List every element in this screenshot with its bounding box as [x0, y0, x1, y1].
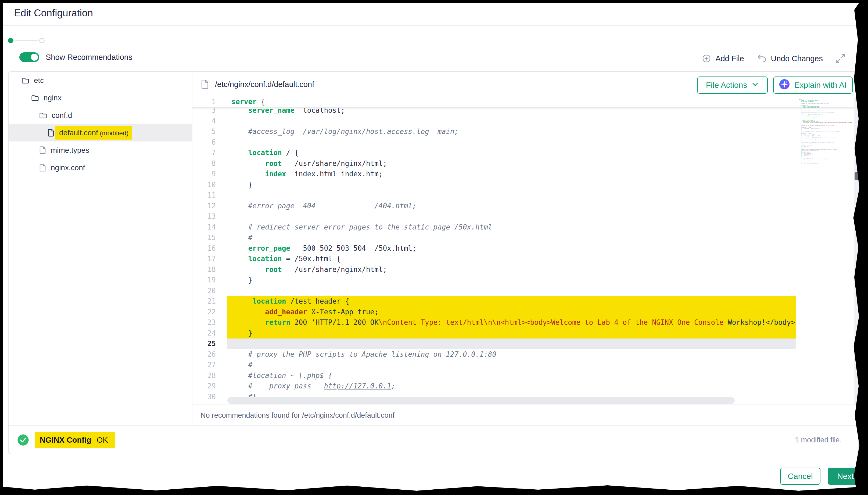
code-line-10[interactable]: 10 }: [192, 180, 859, 190]
line-number: 7: [192, 148, 216, 158]
file-tree: etcnginxconf.ddefault.conf (modified)mim…: [9, 72, 192, 425]
line-number: 14: [192, 222, 216, 233]
tree-item-nginx[interactable]: nginx: [9, 89, 192, 106]
code-line-25[interactable]: 25: [192, 339, 859, 349]
chevron-down-icon: [751, 81, 759, 90]
code-line-27[interactable]: 27 #: [192, 360, 859, 371]
step-connector: [15, 40, 38, 41]
tree-item-default.conf[interactable]: default.conf (modified): [9, 124, 192, 141]
line-content: #location ~ \.php$ {: [231, 371, 332, 381]
editor-column: /etc/nginx/conf.d/default.conf File Acti…: [192, 72, 859, 425]
code-line-7[interactable]: 7 location / {: [192, 148, 859, 158]
line-content: #access_log /var/log/nginx/host.access.l…: [231, 126, 458, 137]
line-number: 26: [192, 349, 216, 360]
line-number: 21: [192, 296, 216, 307]
code-line-21[interactable]: 21 location /test_header {: [192, 296, 859, 307]
line-content: #: [231, 233, 252, 243]
file-icon: [200, 79, 210, 90]
file-icon: [39, 146, 47, 154]
line-content: }: [231, 275, 252, 286]
code-line-29[interactable]: 29 # proxy_pass http://127.0.0.1;: [192, 381, 859, 392]
code-line-14[interactable]: 14 # redirect server error pages to the …: [192, 222, 859, 233]
no-recommendations-text: No recommendations found for /etc/nginx/…: [200, 411, 394, 420]
code-line-28[interactable]: 28 #location ~ \.php$ {: [192, 371, 859, 381]
page-title: Edit Configuration: [14, 7, 93, 19]
line-number: 9: [192, 169, 216, 180]
code-line-17[interactable]: 17 location = /50x.html {: [192, 254, 859, 264]
line-number: 16: [192, 243, 216, 254]
code-line-24[interactable]: 24 }: [192, 328, 859, 339]
cancel-button[interactable]: Cancel: [780, 467, 820, 485]
show-recommendations-label: Show Recommendations: [46, 53, 132, 62]
config-editor-panel: etcnginxconf.ddefault.conf (modified)mim…: [8, 71, 859, 454]
code-line-19[interactable]: 19 }: [192, 275, 859, 286]
code-line-16[interactable]: 16 error_page 500 502 503 504 /50x.html;: [192, 243, 859, 254]
minimap[interactable]: server { listen 80 default_server; serve…: [799, 99, 853, 292]
code-line-1[interactable]: 1server {: [192, 97, 859, 107]
code-line-26[interactable]: 26 # proxy the PHP scripts to Apache lis…: [192, 349, 859, 360]
code-editor[interactable]: 3 server_name localhost;45 #access_log /…: [192, 97, 859, 405]
screenshot-edge-bottom: [0, 484, 868, 495]
file-icon: [47, 129, 55, 137]
file-actions-label: File Actions: [706, 81, 747, 90]
file-actions-button[interactable]: File Actions: [697, 76, 768, 94]
line-number: 4: [192, 116, 216, 127]
code-line-8[interactable]: 8 root /usr/share/nginx/html;: [192, 158, 859, 169]
nginx-config-ok: OK: [97, 436, 108, 445]
line-content: #: [231, 360, 252, 371]
line-number: 11: [192, 190, 216, 201]
line-content: error_page 500 502 503 504 /50x.html;: [231, 243, 416, 254]
code-line-11[interactable]: 11: [192, 190, 859, 201]
code-line-23[interactable]: 23 return 200 'HTTP/1.1 200 OK\nContent-…: [192, 317, 859, 328]
line-number: 28: [192, 371, 216, 381]
tree-item-nginx.conf[interactable]: nginx.conf: [9, 159, 192, 176]
tree-item-conf.d[interactable]: conf.d: [9, 106, 192, 124]
line-content: return 200 'HTTP/1.1 200 OK\nContent-Typ…: [231, 317, 795, 328]
line-number: 24: [192, 328, 216, 339]
toggle-knob: [31, 54, 38, 61]
line-content: # proxy the PHP scripts to Apache listen…: [231, 349, 496, 360]
tree-item-mime.types[interactable]: mime.types: [9, 141, 192, 159]
show-recommendations-toggle[interactable]: [19, 52, 39, 62]
add-file-button[interactable]: Add File: [701, 53, 744, 64]
undo-arrow-icon: [756, 53, 767, 64]
file-icon: [39, 164, 47, 172]
tree-item-etc[interactable]: etc: [9, 72, 192, 89]
code-line-18[interactable]: 18 root /usr/share/nginx/html;: [192, 264, 859, 275]
code-lines: 3 server_name localhost;45 #access_log /…: [192, 105, 859, 402]
tree-item-label: etc: [34, 76, 44, 85]
expand-dialog-button[interactable]: [835, 53, 846, 64]
horizontal-scrollbar[interactable]: [227, 397, 735, 404]
code-line-12[interactable]: 12 #error_page 404 /404.html;: [192, 201, 859, 211]
expand-diagonal-icon: [835, 53, 846, 64]
folder-icon: [39, 112, 47, 119]
code-line-20[interactable]: 20: [192, 286, 859, 296]
add-file-label: Add File: [715, 54, 744, 63]
line-content: root /usr/share/nginx/html;: [231, 264, 387, 275]
recommendations-row: No recommendations found for /etc/nginx/…: [192, 405, 859, 425]
code-line-4[interactable]: 4: [192, 116, 859, 127]
explain-with-ai-label: Explain with AI: [794, 81, 847, 90]
code-line-6[interactable]: 6: [192, 137, 859, 148]
undo-changes-button[interactable]: Undo Changes: [756, 53, 823, 64]
ai-sparkle-icon: [779, 79, 790, 91]
circle-plus-icon: [701, 53, 711, 64]
edit-configuration-dialog: Edit Configuration Show Recommendations …: [0, 0, 868, 495]
show-recommendations-row: Show Recommendations: [19, 52, 132, 63]
line-number: 27: [192, 360, 216, 371]
code-line-5[interactable]: 5 #access_log /var/log/nginx/host.access…: [192, 126, 859, 137]
code-line-15[interactable]: 15 #: [192, 233, 859, 243]
step-1-dot: [8, 38, 13, 43]
code-line-22[interactable]: 22 add_header X-Test-App true;: [192, 307, 859, 318]
code-line-13[interactable]: 13: [192, 211, 859, 222]
line-number: 6: [192, 137, 216, 148]
line-number: 5: [192, 126, 216, 137]
line-number: 29: [192, 381, 216, 392]
code-line-9[interactable]: 9 index index.html index.htm;: [192, 169, 859, 180]
explain-with-ai-button[interactable]: Explain with AI: [773, 76, 853, 94]
folder-icon: [31, 94, 39, 102]
dialog-footer: Cancel Next: [0, 467, 868, 485]
nginx-config-label: NGINX Config: [40, 436, 92, 445]
line-number: 8: [192, 158, 216, 169]
nginx-config-status: NGINX Config OK: [35, 432, 115, 448]
